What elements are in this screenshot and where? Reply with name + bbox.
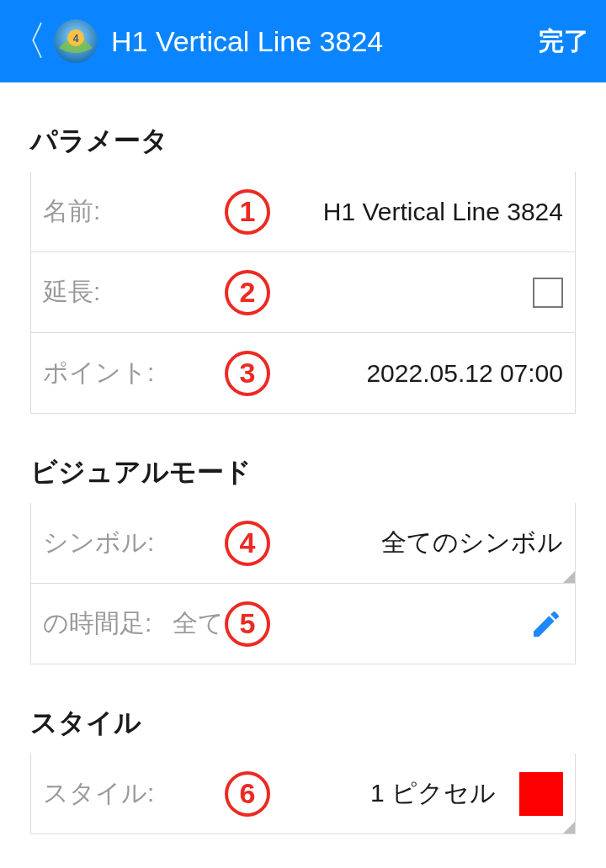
symbol-label: シンボル:: [43, 526, 169, 560]
section-title-visual: ビジュアルモード: [0, 414, 606, 503]
row-point[interactable]: ポイント: 3 2022.05.12 07:00: [30, 333, 576, 414]
annotation-6: 6: [225, 771, 270, 817]
row-symbol[interactable]: シンボル: 4 全てのシンボル: [30, 503, 576, 584]
section-style: スタイル スタイル: 6 1 ピクセル: [0, 664, 606, 834]
name-value: H1 Vertical Line 3824: [323, 198, 563, 226]
content-area: パラメータ 名前: 1 H1 Vertical Line 3824 延長: 2 …: [0, 82, 606, 834]
row-name[interactable]: 名前: 1 H1 Vertical Line 3824: [30, 172, 576, 252]
section-title-style: スタイル: [0, 664, 606, 754]
symbol-value: 全てのシンボル: [381, 526, 563, 560]
row-timeframe[interactable]: の時間足: 全て 5: [30, 584, 576, 664]
extend-checkbox[interactable]: [533, 278, 563, 308]
annotation-4: 4: [225, 521, 270, 566]
section-parameters: パラメータ 名前: 1 H1 Vertical Line 3824 延長: 2 …: [0, 82, 606, 414]
annotation-3: 3: [225, 351, 270, 396]
annotation-5: 5: [225, 601, 270, 647]
point-value: 2022.05.12 07:00: [366, 359, 563, 388]
section-title-parameters: パラメータ: [0, 82, 606, 172]
row-extend: 延長: 2: [30, 252, 576, 333]
back-chevron-icon[interactable]: 〈: [7, 21, 52, 61]
svg-text:4: 4: [73, 33, 79, 45]
color-swatch[interactable]: [519, 772, 563, 816]
page-title: H1 Vertical Line 3824: [111, 25, 537, 58]
annotation-1: 1: [225, 189, 270, 235]
row-style[interactable]: スタイル: 6 1 ピクセル: [30, 754, 576, 834]
timeframe-value: 全て: [173, 606, 224, 641]
style-label: スタイル:: [43, 776, 169, 811]
name-label: 名前:: [43, 194, 169, 229]
point-label: ポイント:: [43, 356, 169, 390]
dropdown-indicator-icon: [563, 571, 575, 583]
header-bar: 〈 4 H1 Vertical Line 3824 完了: [0, 0, 606, 82]
timeframe-label: の時間足:: [43, 606, 169, 641]
app-icon: 4: [52, 18, 99, 65]
section-visual: ビジュアルモード シンボル: 4 全てのシンボル の時間足: 全て 5: [0, 414, 606, 664]
extend-label: 延長:: [43, 275, 169, 310]
annotation-2: 2: [225, 270, 270, 315]
dropdown-indicator-icon: [563, 822, 575, 834]
done-button[interactable]: 完了: [537, 21, 591, 62]
style-value: 1 ピクセル: [370, 776, 496, 811]
pencil-icon[interactable]: [529, 607, 563, 641]
